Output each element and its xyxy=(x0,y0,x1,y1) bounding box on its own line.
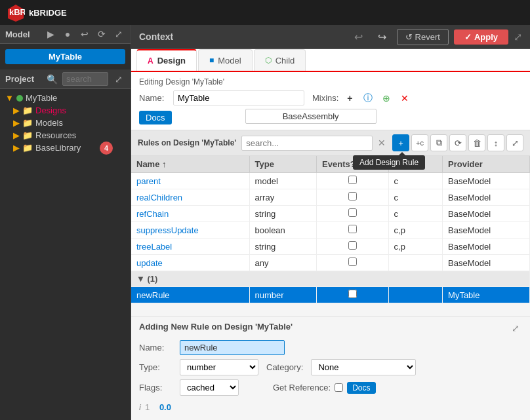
revert-icon: ↺ xyxy=(405,32,413,42)
model-play-btn[interactable]: ▶ xyxy=(44,28,57,41)
new-rule-flags-select[interactable]: cached none c p c,p xyxy=(180,379,239,396)
tab-model[interactable]: ■ Model xyxy=(198,49,253,71)
rule-events-newrule[interactable] xyxy=(317,287,388,303)
resources-arrow: ▶ xyxy=(13,130,20,140)
logo: kBR kBRiDGE xyxy=(7,3,67,22)
context-label: Context xyxy=(139,31,344,42)
new-rule-title: Adding New Rule on Design 'MyTable' ⤢ xyxy=(139,322,522,335)
new-rule-category-select[interactable]: None cached persistent xyxy=(311,359,416,375)
tree-label-models: Models xyxy=(35,118,63,128)
rule-provider-treelabel: BaseModel xyxy=(443,239,530,255)
mixins-area: Mixins: + ⓘ ⊕ ✕ xyxy=(312,91,412,105)
code-type-indicator: i xyxy=(139,402,141,412)
tree-label-designs: Designs xyxy=(35,105,66,115)
add-rule-btn[interactable]: + xyxy=(392,134,409,151)
mixins-circle-btn[interactable]: ⊕ xyxy=(379,91,394,105)
folder-arrow: ▼ xyxy=(5,93,14,103)
new-rule-docs-btn[interactable]: Docs xyxy=(347,382,375,394)
new-rule-name-input[interactable] xyxy=(180,340,285,355)
delete-rule-btn[interactable]: 🗑 xyxy=(468,134,485,151)
project-search-icon[interactable]: 🔍 xyxy=(45,73,58,86)
sort-rule-btn[interactable]: ↕ xyxy=(487,134,504,151)
table-row[interactable]: treeLabel string c,p BaseModel xyxy=(131,239,530,255)
copy-rule-btn[interactable]: ⧉ xyxy=(430,134,447,151)
col-type[interactable]: Type xyxy=(249,156,317,173)
table-row-new-rule[interactable]: newRule number MyTable xyxy=(131,287,530,303)
undo-btn[interactable]: ↩ xyxy=(350,28,368,46)
table-row[interactable]: realChildren array c BaseModel xyxy=(131,189,530,206)
group-collapse-icon[interactable]: ▼ xyxy=(136,274,145,284)
tree-item-designs[interactable]: ▶ 📁 Designs xyxy=(0,104,131,117)
right-panel: Context ↩ ↪ ↺ Revert ✓ Apply ⤢ A Design … xyxy=(131,25,530,420)
rule-events-realchildren[interactable] xyxy=(317,189,388,206)
editing-title: Editing Design 'MyTable' xyxy=(139,77,522,86)
tree-item-resources[interactable]: ▶ 📁 Resources xyxy=(0,129,131,142)
model-undo-btn[interactable]: ↩ xyxy=(78,28,91,41)
model-toolbar: Model ▶ ● ↩ ⟳ ⤢ xyxy=(0,25,131,44)
add-copy-rule-btn[interactable]: +c xyxy=(411,134,428,151)
rule-name-parent[interactable]: parent xyxy=(136,176,161,186)
revert-btn[interactable]: ↺ Revert xyxy=(397,29,449,45)
rule-name-suppressupdate[interactable]: suppressUpdate xyxy=(136,225,199,235)
rule-name-refchain[interactable]: refChain xyxy=(136,209,169,219)
mytable-icon xyxy=(16,95,23,102)
tab-design-label: Design xyxy=(157,56,186,66)
get-ref-area: Get Reference: Docs xyxy=(273,382,376,394)
table-row[interactable]: refChain string c BaseModel xyxy=(131,206,530,222)
new-rule-type-select[interactable]: number string boolean any array model xyxy=(180,359,258,375)
rule-name-newrule[interactable]: newRule xyxy=(136,290,170,300)
rule-name-treelabel[interactable]: treeLabel xyxy=(136,242,172,252)
tree-item-mytable[interactable]: ▼ MyTable xyxy=(0,92,131,104)
table-row[interactable]: parent model c BaseModel xyxy=(131,173,530,189)
model-refresh-btn[interactable]: ⟳ xyxy=(95,28,108,41)
rule-name-update[interactable]: update xyxy=(136,258,163,268)
mixins-info-btn[interactable]: ⓘ xyxy=(361,91,375,105)
top-bar: kBR kBRiDGE xyxy=(0,0,530,25)
new-rule-name-row: Name: xyxy=(139,340,522,355)
svg-text:kBR: kBR xyxy=(9,7,25,17)
rule-name-realchildren[interactable]: realChildren xyxy=(136,193,182,202)
model-expand-btn[interactable]: ⤢ xyxy=(112,28,125,41)
col-provider[interactable]: Provider xyxy=(443,156,530,173)
rules-scroll[interactable]: Name ↑ Type Events? Flags Provider paren… xyxy=(131,156,530,316)
tab-child[interactable]: ⬡ Child xyxy=(254,49,306,71)
design-tab-icon: A xyxy=(148,56,153,66)
design-name-input[interactable] xyxy=(173,90,304,105)
new-rule-expand-btn[interactable]: ⤢ xyxy=(509,322,522,335)
tab-design[interactable]: A Design xyxy=(136,49,197,71)
project-expand-btn[interactable]: ⤢ xyxy=(112,73,125,86)
mixins-remove-btn[interactable]: ✕ xyxy=(398,91,412,105)
model-dot-btn[interactable]: ● xyxy=(61,28,74,41)
new-rule-name-label: Name: xyxy=(139,343,172,353)
rule-provider-newrule: MyTable xyxy=(443,287,530,303)
table-row[interactable]: suppressUpdate boolean c,p BaseModel xyxy=(131,222,530,239)
rule-events-suppressupdate[interactable] xyxy=(317,222,388,239)
tree-item-baselibrary[interactable]: ▶ 📁 BaseLibrary 4 xyxy=(0,142,131,154)
col-name[interactable]: Name ↑ xyxy=(131,156,249,173)
sync-rule-btn[interactable]: ⟳ xyxy=(449,134,466,151)
tab-model-label: Model xyxy=(218,56,241,66)
rule-events-treelabel[interactable] xyxy=(317,239,388,255)
revert-label: Revert xyxy=(415,32,440,42)
docs-btn[interactable]: Docs xyxy=(139,111,172,124)
redo-btn[interactable]: ↪ xyxy=(373,28,392,46)
mixins-add-btn[interactable]: + xyxy=(342,91,357,105)
rule-flags-update xyxy=(388,255,443,271)
tree-label-baselibrary: BaseLibrary xyxy=(35,143,81,153)
rules-toolbar: + Add Design Rule +c ⧉ ⟳ 🗑 ↕ ⤢ xyxy=(392,134,523,151)
rules-search-input[interactable] xyxy=(241,136,373,151)
project-search-input[interactable] xyxy=(62,72,108,86)
tree-item-models[interactable]: ▶ 📁 Models xyxy=(0,117,131,129)
rule-events-refchain[interactable] xyxy=(317,206,388,222)
rule-events-update[interactable] xyxy=(317,255,388,271)
context-expand-btn[interactable]: ⤢ xyxy=(514,31,522,43)
app-name: kBRiDGE xyxy=(29,8,67,18)
table-row[interactable]: update any BaseModel xyxy=(131,255,530,271)
apply-btn[interactable]: ✓ Apply xyxy=(454,29,508,45)
search-clear-btn[interactable]: ✕ xyxy=(378,138,386,148)
expand-rules-btn[interactable]: ⤢ xyxy=(506,134,523,151)
get-ref-checkbox[interactable] xyxy=(335,383,343,392)
apply-label: Apply xyxy=(474,32,498,42)
rule-events-parent[interactable] xyxy=(317,173,388,189)
my-table-button[interactable]: MyTable xyxy=(5,49,125,64)
